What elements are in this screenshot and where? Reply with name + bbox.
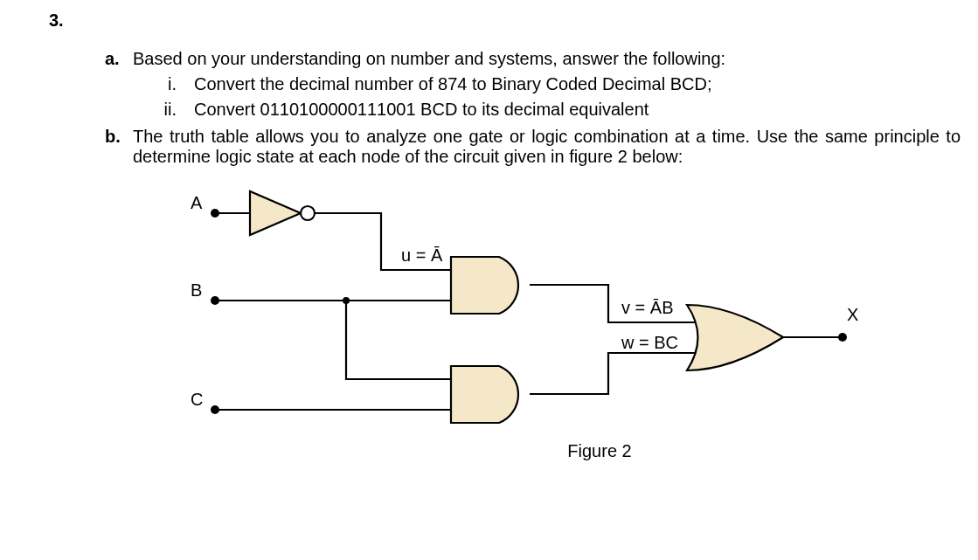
sub-item-ii: ii. Convert 0110100000111001 BCD to its … bbox=[133, 100, 961, 120]
node-w-label: w = BC bbox=[621, 333, 678, 352]
sub-text-ii: Convert 0110100000111001 BCD to its deci… bbox=[194, 100, 649, 120]
page: 3. a. Based on your understanding on num… bbox=[0, 0, 978, 560]
sub-text-i: Convert the decimal number of 874 to Bin… bbox=[194, 74, 712, 94]
part-a-sublist: i. Convert the decimal number of 874 to … bbox=[133, 74, 961, 120]
and-gate-1 bbox=[451, 257, 518, 314]
question-number: 3. bbox=[49, 10, 64, 31]
part-b-label: b. bbox=[101, 127, 133, 147]
input-A-label: A bbox=[191, 193, 203, 212]
node-u-label: u = Ā bbox=[401, 245, 443, 265]
sub-label-ii: ii. bbox=[133, 100, 194, 120]
figure-caption: Figure 2 bbox=[154, 441, 958, 461]
sub-label-i: i. bbox=[133, 74, 194, 94]
node-v-label: v = ĀB bbox=[621, 298, 673, 317]
figure-2: .wire { stroke:#000; stroke-width:2.2; f… bbox=[154, 183, 870, 461]
part-b: b. The truth table allows you to analyze… bbox=[101, 127, 961, 167]
part-b-body: The truth table allows you to analyze on… bbox=[133, 127, 961, 167]
input-B-label: B bbox=[191, 280, 202, 300]
input-C-label: C bbox=[191, 390, 203, 409]
not-gate bbox=[250, 191, 301, 235]
wire-B-branch-to-and2 bbox=[346, 301, 451, 379]
and-gate-2 bbox=[451, 366, 518, 423]
part-a-lead: Based on your understanding on number an… bbox=[133, 49, 961, 69]
wire-w bbox=[530, 353, 696, 394]
part-a-body: Based on your understanding on number an… bbox=[133, 49, 961, 120]
part-a-label: a. bbox=[101, 49, 133, 69]
part-a: a. Based on your understanding on number… bbox=[101, 49, 961, 120]
circuit-svg: .wire { stroke:#000; stroke-width:2.2; f… bbox=[154, 183, 870, 436]
or-gate bbox=[687, 305, 783, 370]
output-X-node bbox=[838, 333, 847, 342]
not-bubble bbox=[301, 206, 315, 220]
output-X-label: X bbox=[847, 305, 858, 324]
sub-item-i: i. Convert the decimal number of 874 to … bbox=[133, 74, 961, 94]
